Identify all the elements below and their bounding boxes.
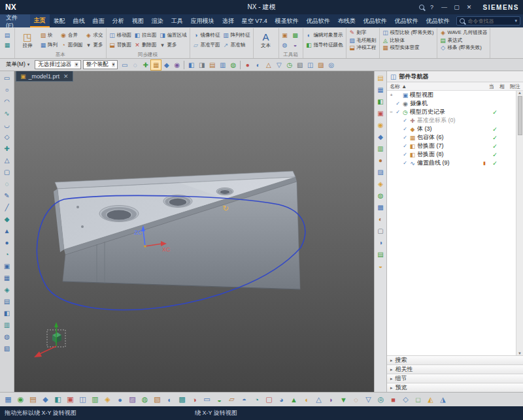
ribbon-tab[interactable]: 星空 V7.4 xyxy=(238,14,271,27)
view-tool-icon[interactable]: ◉ xyxy=(16,395,25,404)
ribbon-tab[interactable]: 渲染 xyxy=(148,14,167,27)
resource-tab-icon[interactable]: ▢ xyxy=(375,226,386,236)
selectbar-tool-icon[interactable]: ◧ xyxy=(186,60,196,70)
visibility-checkbox[interactable]: ✓ xyxy=(394,101,401,106)
view-tool-icon[interactable]: ▨ xyxy=(127,395,137,404)
view-tool-icon[interactable]: ▩ xyxy=(177,395,187,404)
ribbon-tab[interactable]: 曲面 xyxy=(89,14,109,27)
minimize-button[interactable]: — xyxy=(439,4,449,10)
view-tool-icon[interactable]: □ xyxy=(413,396,423,404)
ribbon-tab[interactable]: 模圣软件 xyxy=(271,14,303,27)
ribbon-tab[interactable]: 选择 xyxy=(218,14,238,27)
ribbon-tab[interactable]: 主页 xyxy=(30,14,50,27)
sketch-tool-icon[interactable]: ◆ xyxy=(1,214,13,225)
close-button[interactable]: ✕ xyxy=(464,4,474,10)
sketch-tool-icon[interactable]: ◈ xyxy=(1,284,13,295)
selectbar-tool-icon[interactable]: ◆ xyxy=(161,60,171,70)
sketch-tool-icon[interactable]: ◇ xyxy=(1,131,13,142)
view-tool-icon[interactable]: ▥ xyxy=(90,395,100,404)
resource-tab-icon[interactable]: ◍ xyxy=(375,191,386,201)
selectbar-tool-icon[interactable]: ▽ xyxy=(274,60,284,70)
ribbon-tab[interactable]: 视图 xyxy=(128,14,148,27)
ribbon-small-button[interactable]: ▦阵列 xyxy=(39,42,58,48)
view-tool-icon[interactable]: ◫ xyxy=(78,395,88,404)
ribbon-small-button[interactable]: ◨偏置区域 xyxy=(159,32,188,39)
resource-tab-icon[interactable]: ◑ xyxy=(375,238,386,248)
sketch-tool-icon[interactable]: ✚ xyxy=(1,143,13,154)
selectbar-tool-icon[interactable]: ◫ xyxy=(305,60,315,70)
selection-scope-dropdown[interactable]: 整个装配 ▾ xyxy=(83,60,118,69)
ribbon-tab[interactable]: 优品软件 xyxy=(303,14,334,27)
selection-filter-dropdown[interactable]: 无选择过滤器 ▾ xyxy=(35,60,81,69)
visibility-checkbox[interactable]: ✓ xyxy=(401,143,409,149)
ribbon-small-button[interactable]: ▱基准平面 xyxy=(192,42,221,48)
selectbar-tool-icon[interactable]: ● xyxy=(243,60,252,70)
sketch-tool-icon[interactable]: ∿ xyxy=(1,108,13,119)
menu-button[interactable]: 菜单(M) ▾ xyxy=(3,60,33,69)
view-tool-icon[interactable]: ◎ xyxy=(376,395,386,404)
resource-tab-icon[interactable]: ◐ xyxy=(375,214,386,225)
expand-toggle[interactable]: + xyxy=(388,92,394,98)
chevron-down-icon[interactable]: ▾ xyxy=(515,18,517,24)
view-tool-icon[interactable]: △ xyxy=(314,395,324,404)
sketch-tool-icon[interactable]: ▢ xyxy=(1,167,13,178)
view-tool-icon[interactable]: ◭ xyxy=(426,395,435,404)
sketch-tool-icon[interactable]: ▣ xyxy=(1,261,13,272)
view-tool-icon[interactable]: ▣ xyxy=(65,395,75,404)
visibility-checkbox[interactable]: ✓ xyxy=(401,126,409,132)
ribbon-small-button[interactable]: ◍ xyxy=(281,42,290,48)
sketch-tool-icon[interactable]: ▭ xyxy=(1,73,13,84)
view-tool-icon[interactable]: ◧ xyxy=(53,395,63,404)
selectbar-tool-icon[interactable]: ▨ xyxy=(316,60,326,70)
ribbon-big-button[interactable]: ◳拉伸 xyxy=(17,29,38,52)
ribbon-small-button[interactable]: ▤表达式 xyxy=(439,37,488,44)
view-tool-icon[interactable]: ▧ xyxy=(152,395,162,404)
resource-tab-icon[interactable]: ◧ xyxy=(375,97,386,107)
selectbar-tool-icon[interactable]: ▦ xyxy=(151,60,161,70)
ribbon-tab[interactable]: 优品软件 xyxy=(360,14,391,27)
ribbon-small-button[interactable]: ▧块 xyxy=(39,32,58,39)
view-tool-icon[interactable]: ◕ xyxy=(277,396,286,404)
view-tool-icon[interactable]: ▽ xyxy=(363,395,373,404)
selectbar-tool-icon[interactable]: ◉ xyxy=(172,60,182,70)
selectbar-tool-icon[interactable]: ▧ xyxy=(295,60,305,70)
view-tool-icon[interactable]: ◐ xyxy=(165,396,175,404)
file-menu-button[interactable]: 文件(F) xyxy=(0,14,30,27)
nav-column-header[interactable]: 当 xyxy=(486,83,497,90)
ribbon-small-button[interactable]: ▦ xyxy=(3,42,12,48)
ribbon-small-button[interactable]: ↗基准轴 xyxy=(222,42,251,48)
view-tool-icon[interactable]: ▢ xyxy=(264,395,274,404)
ribbon-small-button[interactable]: ▾更多 xyxy=(85,42,104,48)
ribbon-small-button[interactable]: ▩ xyxy=(292,32,301,39)
view-tool-icon[interactable]: ◒ xyxy=(214,396,224,404)
selectbar-tool-icon[interactable]: ◎ xyxy=(326,60,336,70)
view-tool-icon[interactable]: ▲ xyxy=(289,396,299,404)
sketch-tool-icon[interactable]: ○ xyxy=(1,84,13,95)
ribbon-small-button[interactable]: ▣ xyxy=(281,32,290,39)
tree-row[interactable]: + ▣模型视图 xyxy=(387,91,516,99)
sketch-tool-icon[interactable]: ◠ xyxy=(1,96,13,107)
view-tool-icon[interactable]: ◍ xyxy=(140,395,150,404)
resource-tab-icon[interactable]: ▩ xyxy=(375,202,386,213)
navigator-section[interactable]: ▸预览 xyxy=(387,383,523,392)
scrollbar-thumb[interactable] xyxy=(518,96,522,135)
sketch-tool-icon[interactable]: ╱ xyxy=(1,202,13,213)
sketch-tool-icon[interactable]: ▥ xyxy=(1,319,13,331)
selectbar-tool-icon[interactable]: △ xyxy=(263,60,273,70)
selectbar-tool-icon[interactable]: ◨ xyxy=(197,60,207,70)
resource-tab-icon[interactable]: ▨ xyxy=(375,167,386,178)
selectbar-tool-icon[interactable]: ◐ xyxy=(253,60,263,70)
graphics-viewport[interactable]: ZC XC ↻ ▣ xyxy=(14,71,374,392)
view-tool-icon[interactable]: ◔ xyxy=(252,396,262,404)
ribbon-small-button[interactable]: ◈求交 xyxy=(85,32,104,39)
tree-row[interactable]: ✓◧替换面 (8) ✓ xyxy=(387,150,516,159)
tab-close-icon[interactable]: ✕ xyxy=(63,73,69,80)
resource-tab-icon[interactable]: ▤ xyxy=(375,73,386,84)
selectbar-tool-icon[interactable]: ◌ xyxy=(130,60,140,70)
view-tool-icon[interactable]: ▱ xyxy=(227,395,237,404)
visibility-checkbox[interactable]: ✓ xyxy=(401,152,409,157)
resource-tab-icon[interactable]: ◉ xyxy=(375,120,386,131)
ribbon-tab[interactable]: 布线类 xyxy=(334,14,360,27)
ribbon-small-button[interactable]: ▾更多 xyxy=(159,42,188,48)
tree-row[interactable]: ✓◧替换面 (7) ✓ xyxy=(387,142,516,150)
